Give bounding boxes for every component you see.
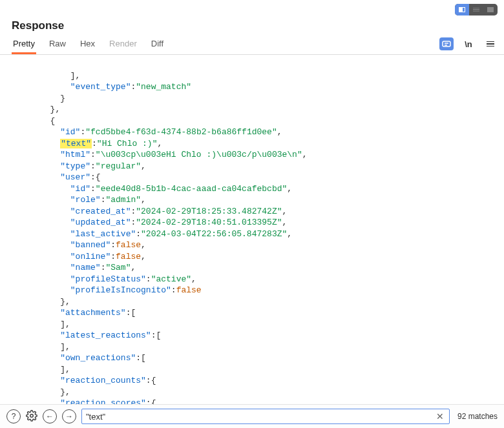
prev-match-button[interactable]: ←	[43, 409, 57, 423]
json-value: "\u003cp\u003eHi Chlo :)\u003c/p\u003e\n…	[96, 150, 302, 159]
json-key: "created_at"	[70, 207, 131, 216]
layout-lines-icon[interactable]	[469, 4, 483, 15]
layout-split-icon[interactable]	[455, 4, 469, 15]
json-key: "last_active"	[70, 229, 136, 239]
json-value: "eede40d8-5b1b-4cac-aaad-ca04cafebcbd"	[96, 184, 287, 194]
search-input[interactable]	[86, 412, 435, 422]
json-value: "2024-02-29T18:25:33.482742Z"	[136, 207, 282, 216]
json-value: "Sam"	[105, 263, 131, 272]
json-value: "fcd5bbe4-f63d-4374-88b2-b6a86ff1d0ee"	[85, 127, 277, 137]
tab-raw[interactable]: Raw	[48, 36, 67, 54]
panel-title: Response	[12, 17, 165, 35]
svg-point-3	[30, 414, 34, 417]
help-icon[interactable]: ?	[6, 409, 21, 423]
match-count: 92 matches	[455, 412, 498, 421]
json-key: "attachments"	[60, 308, 125, 318]
json-key: "banned"	[70, 240, 110, 250]
json-key: "profileIsIncognito"	[70, 285, 171, 295]
json-key: "role"	[70, 195, 101, 205]
tab-hex[interactable]: Hex	[79, 36, 96, 54]
tab-pretty[interactable]: Pretty	[12, 36, 36, 54]
gear-icon[interactable]	[26, 410, 37, 423]
json-key: "online"	[70, 252, 110, 261]
search-box[interactable]: ✕	[81, 409, 450, 424]
response-body[interactable]: ], "event_type":"new_match" } }, { "id":…	[0, 55, 504, 413]
json-value: false	[176, 285, 202, 295]
json-key: "event_type"	[70, 82, 131, 92]
json-value: "new_match"	[136, 82, 191, 92]
json-key: "html"	[60, 150, 90, 159]
json-key: "id"	[60, 127, 80, 137]
json-value: "2024-03-04T22:56:05.847283Z"	[141, 229, 287, 239]
json-value: "active"	[151, 274, 191, 284]
actions-icon[interactable]	[439, 37, 454, 50]
json-value: "Hi Chlo :)"	[97, 139, 158, 148]
menu-icon[interactable]	[483, 37, 498, 50]
json-key: "updated_at"	[70, 218, 131, 227]
json-value: "2024-02-29T18:40:51.013395Z"	[136, 218, 282, 227]
json-key: "user"	[60, 172, 90, 182]
json-value: false	[116, 240, 141, 250]
next-match-button[interactable]: →	[62, 409, 76, 423]
json-key: "type"	[60, 161, 90, 171]
clear-search-icon[interactable]: ✕	[435, 411, 445, 422]
svg-rect-0	[443, 41, 450, 46]
json-value: "admin"	[105, 195, 141, 205]
json-value: false	[116, 252, 141, 261]
json-key: "own_reactions"	[60, 353, 136, 363]
tab-diff[interactable]: Diff	[150, 36, 165, 54]
tab-render[interactable]: Render	[108, 36, 138, 54]
tabs: Pretty Raw Hex Render Diff	[12, 36, 165, 54]
json-key-highlighted: "text"	[60, 139, 92, 148]
json-key: "profileStatus"	[70, 274, 146, 284]
json-value: "regular"	[96, 161, 141, 171]
line-gutter	[12, 59, 36, 409]
json-key: "name"	[70, 263, 101, 272]
json-key: "id"	[70, 184, 90, 194]
json-key: "reaction_counts"	[60, 376, 146, 385]
layout-full-icon[interactable]	[483, 4, 498, 15]
wrap-toggle[interactable]: \n	[461, 37, 476, 50]
view-toggle[interactable]	[455, 4, 498, 15]
json-key: "latest_reactions"	[60, 331, 151, 340]
